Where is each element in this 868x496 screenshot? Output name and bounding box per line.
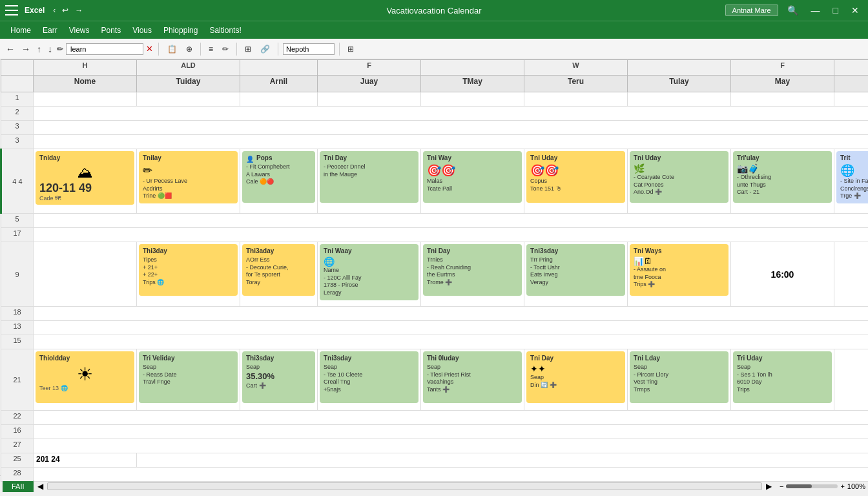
cell-1-4[interactable] [318,92,421,107]
cell-4-3[interactable]: 👤 Pops - Fit ComphebertA LawarsCale 🟠🔴 [240,149,318,214]
cal-cell-thi3aday[interactable]: Thi3aday AOrr Ess- Decoute Curie,for Te … [242,244,315,296]
name-box[interactable] [66,43,143,55]
nav-next-button[interactable]: → [19,43,32,56]
cal-cell-tniday2[interactable]: Tni Day - Peocecr Dnnelin the Mauge [320,151,418,203]
cal-cell-triveliday[interactable]: Tri Veliday Seap- Reass DateTravl Fnge [139,351,238,403]
menu-saltionts[interactable]: Saltionts! [204,24,246,37]
nav-redo[interactable]: → [73,6,85,15]
cell-9-6[interactable]: Tni Ways 📊🗓 - Assaute ontme FoocaTrips ➕ [628,242,731,307]
cell-3b-span[interactable] [34,135,869,149]
cal-cell-tnilay[interactable]: Tnilay ✏ - Ur Pecess LaveAcdrirtsTrine 🟢… [139,151,238,203]
cell-9-0[interactable] [34,242,137,307]
day-nome[interactable]: Nome [34,76,137,92]
nav-down-button[interactable]: ↓ [46,43,54,56]
day-tuiday[interactable]: Tuiday [137,76,240,92]
cal-cell-tniuday2[interactable]: Tni Uday 🌿 - Ccaryate CoteCat PoncesAno.… [630,151,728,203]
toolbar-clipboard[interactable]: 📋 [164,43,180,55]
cell-1-8[interactable] [731,92,834,107]
hamburger-menu[interactable] [5,5,18,16]
cell-21-6[interactable]: Tni Lday Seap- Pircorr LloryVest TingTrm… [628,349,731,411]
toolbar-list[interactable]: ≡ [205,43,216,55]
day-may[interactable]: May [731,76,834,92]
cell-25-span[interactable] [137,453,869,468]
cell-21-3[interactable]: Tni3sday Seap- Tse 10 CleeteCreall Tng+5… [318,349,421,411]
zoom-out-icon[interactable]: − [780,482,783,490]
cell-21-0[interactable]: Thioldday ☀ Teer 13 🌐 [34,349,137,411]
cell-9-3[interactable]: Tni Waay 🌐 Name- 120C Alll Fay1738 - Pir… [318,242,421,307]
day-tulay[interactable]: Tulay [628,76,731,92]
zoom-slider[interactable] [786,484,838,488]
cell-9-7[interactable]: 16:00 [731,242,834,307]
cell-27-span[interactable] [34,439,869,453]
toolbar-link[interactable]: 🔗 [257,43,273,55]
col-header-w[interactable]: W [524,60,628,76]
sheet-tab[interactable]: FAII [3,480,34,492]
day-juay[interactable]: Juay [318,76,421,92]
cell-2-span[interactable] [34,107,869,121]
close-icon[interactable]: ✕ [847,5,863,16]
cell-16-span[interactable] [34,425,869,439]
cell-13-span[interactable] [34,321,869,335]
scroll-right-icon[interactable]: ▶ [766,482,772,491]
cell-1-5[interactable] [421,92,524,107]
font-selector[interactable] [283,43,335,55]
cell-21-7[interactable]: Tri Uday Seap- Ses 1 Ton lh6010 DayTrips [731,349,834,411]
cal-cell-pops[interactable]: 👤 Pops - Fit ComphebertA LawarsCale 🟠🔴 [242,151,315,203]
cell-22-span[interactable] [34,411,869,425]
cal-cell-triulay[interactable]: Tri'ulay 📷🧳 - Othreclisingunte ThugsCart… [733,151,832,203]
cal-cell-tniday4[interactable]: Tni Day Trnies- Reah Crunidingthe Eurtms… [423,244,522,296]
nav-undo[interactable]: ↩ [60,6,70,15]
cell-21-5[interactable]: Tni Day ✦✦ SeapDin 🔄 ➕ [524,349,628,411]
nav-back[interactable]: ‹ [51,6,57,15]
zoom-in-icon[interactable]: + [840,482,844,490]
cell-15-span[interactable] [34,335,869,349]
toolbar-extra[interactable]: ⊞ [344,43,357,55]
toolbar-grid[interactable]: ⊞ [242,43,254,55]
cell-9-4[interactable]: Tni Day Trnies- Reah Crunidingthe Eurtms… [421,242,524,307]
cell-9-8[interactable]: 29/50 [834,242,869,307]
formula-input[interactable] [360,45,864,53]
cal-cell-tniway[interactable]: Tni Way 🎯🎯 MalasTcate Pall [423,151,522,203]
cal-cell-tniwaay[interactable]: Tni Waay 🌐 Name- 120C Alll Fay1738 - Pir… [320,244,418,300]
horizontal-scrollbar[interactable] [47,482,762,490]
cell-21-2[interactable]: Thi3sday Seap35.30%Cart ➕ [240,349,318,411]
cal-cell-tniuday[interactable]: Tni Uday 🎯🎯 CopusTone 151 🖱 [526,151,625,203]
cell-1-1[interactable] [34,92,137,107]
cell-4-7[interactable]: Tni Uday 🌿 - Ccaryate CoteCat PoncesAno.… [628,149,731,214]
cell-1-6[interactable] [524,92,628,107]
cell-21-4[interactable]: Thi 0luday Seap- Tlesi Priest RistVacahi… [421,349,524,411]
cal-cell-thi3day[interactable]: Thi3day Tipes+ 21++ 22+Trips 🌐 [139,244,238,296]
col-header-f3[interactable]: F [834,60,869,76]
cal-cell-tni3sday[interactable]: Tni3sday Trr Pring- Toctt UshrEats Inveg… [526,244,625,296]
cal-cell-tniday5[interactable]: Tni Day ✦✦ SeapDin 🔄 ➕ [526,351,625,403]
col-header-blank2[interactable] [421,60,524,76]
cell-17-span[interactable] [34,228,869,242]
col-header-blank1[interactable] [240,60,318,76]
cal-cell-tniday[interactable]: Tniday ⛰ 120-11 49 Cade 🗺 [36,151,134,205]
col-header-f1[interactable]: F [318,60,421,76]
cell-9-2[interactable]: Thi3aday AOrr Ess- Decoute Curie,for Te … [240,242,318,307]
menu-earr[interactable]: Earr [37,24,63,37]
cell-1-3[interactable] [240,92,318,107]
user-button[interactable]: Antnat Mare [725,5,778,16]
toolbar-edit[interactable]: ✏ [219,43,232,55]
nav-up-button[interactable]: ↑ [35,43,43,56]
cell-18-span[interactable] [34,307,869,321]
cancel-icon[interactable]: ✕ [146,44,153,54]
day-tmay[interactable]: TMay [421,76,524,92]
cell-1-2[interactable] [137,92,240,107]
menu-phiopping[interactable]: Phiopping [158,24,203,37]
maximize-icon[interactable]: □ [829,5,842,16]
cell-4-5[interactable]: Tni Way 🎯🎯 MalasTcate Pall [421,149,524,214]
cell-21-1[interactable]: Tri Veliday Seap- Reass DateTravl Fnge [137,349,240,411]
cal-cell-triuday[interactable]: Tri Uday Seap- Ses 1 Ton lh6010 DayTrips [733,351,832,403]
cell-9-5[interactable]: Tni3sday Trr Pring- Toctt UshrEats Inveg… [524,242,628,307]
cell-4-9[interactable]: Trit 🌐 - Site in FathingConclrengsTrge ➕ [834,149,869,214]
cell-28-span[interactable] [34,468,869,482]
day-arnil[interactable]: Arnil [240,76,318,92]
cal-cell-trit[interactable]: Trit 🌐 - Site in FathingConclrengsTrge ➕ [836,151,868,203]
cal-cell-thi0luday[interactable]: Thi 0luday Seap- Tlesi Priest RistVacahi… [423,351,522,403]
cell-4-2[interactable]: Tnilay ✏ - Ur Pecess LaveAcdrirtsTrine 🟢… [137,149,240,214]
cell-4-1[interactable]: Tniday ⛰ 120-11 49 Cade 🗺 [34,149,137,214]
nav-prev-button[interactable]: ← [4,43,17,56]
